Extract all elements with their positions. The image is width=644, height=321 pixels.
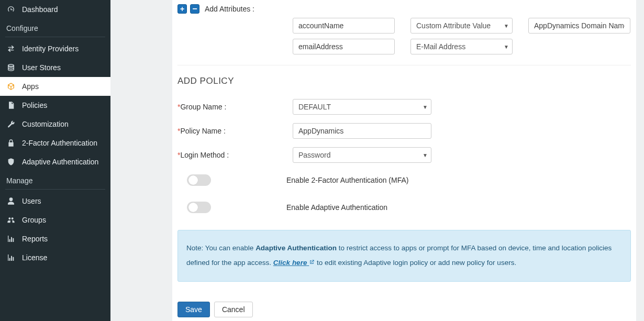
- main-area: + − Add Attributes : Custom Attribute Va…: [110, 0, 644, 321]
- sidebar-header-configure: Configure: [5, 19, 105, 37]
- doc-icon: [6, 101, 16, 109]
- select-value: Custom Attribute Value: [416, 21, 491, 30]
- chevron-down-icon: ▼: [423, 104, 428, 110]
- mfa-toggle[interactable]: [187, 174, 211, 186]
- sidebar-item-label: 2-Factor Authentication: [22, 139, 97, 147]
- chevron-down-icon: ▼: [504, 23, 509, 29]
- attribute-name-input[interactable]: [293, 39, 395, 54]
- adaptive-toggle-row: Enable Adaptive Authentication: [172, 190, 636, 217]
- sidebar: Dashboard Configure Identity Providers U…: [0, 0, 110, 321]
- select-value: DEFAULT: [298, 103, 331, 111]
- chevron-down-icon: ▼: [504, 44, 509, 50]
- swap-icon: [6, 45, 16, 53]
- mfa-toggle-label: Enable 2-Factor Authentication (MFA): [286, 176, 408, 184]
- adaptive-toggle-label: Enable Adaptive Authentication: [286, 203, 387, 212]
- form-panel: + − Add Attributes : Custom Attribute Va…: [172, 0, 636, 321]
- divider: [177, 65, 631, 65]
- wrench-icon: [6, 120, 16, 128]
- sidebar-item-license[interactable]: License: [0, 248, 110, 267]
- group-name-label: *Group Name :: [177, 103, 293, 111]
- users-icon: [6, 216, 16, 224]
- sidebar-item-label: License: [22, 253, 47, 262]
- sidebar-item-label: Policies: [22, 101, 47, 109]
- sidebar-item-policies[interactable]: Policies: [0, 96, 110, 115]
- group-name-row: *Group Name : DEFAULT ▼: [172, 95, 636, 119]
- sidebar-item-label: Apps: [22, 82, 39, 91]
- note-link[interactable]: Click here: [273, 259, 315, 267]
- select-value: Password: [298, 151, 330, 159]
- sidebar-item-label: Adaptive Authentication: [22, 158, 98, 166]
- sidebar-item-label: Reports: [22, 235, 48, 243]
- attribute-domain-input[interactable]: [528, 18, 630, 34]
- login-method-select[interactable]: Password ▼: [293, 147, 431, 163]
- attribute-type-select[interactable]: Custom Attribute Value ▼: [410, 18, 513, 34]
- attribute-row: Custom Attribute Value ▼: [172, 16, 636, 37]
- attribute-type-select[interactable]: E-Mail Address ▼: [410, 39, 513, 54]
- note-bold: Adaptive Authentication: [256, 244, 337, 252]
- user-icon: [6, 197, 16, 205]
- sidebar-item-label: Users: [22, 197, 41, 205]
- chart-icon: [6, 253, 16, 262]
- attributes-header: + − Add Attributes :: [172, 0, 636, 16]
- add-attribute-button[interactable]: +: [177, 4, 187, 14]
- save-button[interactable]: Save: [177, 302, 210, 317]
- shield-icon: [6, 158, 16, 166]
- external-link-icon: [309, 256, 315, 261]
- remove-attribute-button[interactable]: −: [190, 4, 199, 14]
- sidebar-item-reports[interactable]: Reports: [0, 229, 110, 248]
- sidebar-item-user-stores[interactable]: User Stores: [0, 58, 110, 77]
- sidebar-item-apps[interactable]: Apps: [0, 77, 110, 96]
- sidebar-item-users[interactable]: Users: [0, 192, 110, 211]
- sidebar-item-identity-providers[interactable]: Identity Providers: [0, 39, 110, 58]
- attribute-name-input[interactable]: [293, 18, 395, 34]
- note-text: to edit existing Adaptive login policy o…: [315, 259, 516, 267]
- gauge-icon: [6, 5, 16, 14]
- sidebar-item-label: Groups: [22, 216, 46, 224]
- policy-name-row: *Policy Name :: [172, 119, 636, 143]
- sidebar-item-label: Dashboard: [22, 5, 58, 14]
- note-text: Note: You can enable: [186, 244, 256, 252]
- login-method-row: *Login Method : Password ▼: [172, 143, 636, 167]
- db-icon: [6, 63, 16, 72]
- sidebar-item-customization[interactable]: Customization: [0, 115, 110, 134]
- sidebar-item-label: Customization: [22, 120, 69, 128]
- sidebar-item-label: Identity Providers: [22, 45, 79, 53]
- button-row: Save Cancel: [172, 287, 636, 321]
- attribute-row: E-Mail Address ▼: [172, 37, 636, 58]
- sidebar-item-groups[interactable]: Groups: [0, 211, 110, 229]
- cancel-button[interactable]: Cancel: [214, 302, 253, 317]
- mfa-toggle-row: Enable 2-Factor Authentication (MFA): [172, 167, 636, 190]
- adaptive-toggle[interactable]: [187, 202, 211, 213]
- lock-icon: [6, 139, 16, 147]
- login-method-label: *Login Method :: [177, 151, 293, 159]
- cube-icon: [6, 82, 16, 91]
- section-heading: ADD POLICY: [172, 71, 636, 95]
- select-value: E-Mail Address: [416, 42, 465, 51]
- chevron-down-icon: ▼: [423, 152, 428, 158]
- sidebar-item-2fa[interactable]: 2-Factor Authentication: [0, 134, 110, 152]
- sidebar-item-adaptive-auth[interactable]: Adaptive Authentication: [0, 152, 110, 171]
- sidebar-item-dashboard[interactable]: Dashboard: [0, 0, 110, 19]
- policy-name-label: *Policy Name :: [177, 127, 293, 135]
- group-name-select[interactable]: DEFAULT ▼: [293, 99, 431, 115]
- attributes-title: Add Attributes :: [205, 5, 254, 13]
- chart-icon: [6, 235, 16, 243]
- sidebar-header-manage: Manage: [5, 171, 105, 190]
- policy-name-input[interactable]: [293, 123, 431, 139]
- info-note: Note: You can enable Adaptive Authentica…: [177, 230, 631, 282]
- sidebar-item-label: User Stores: [22, 63, 61, 72]
